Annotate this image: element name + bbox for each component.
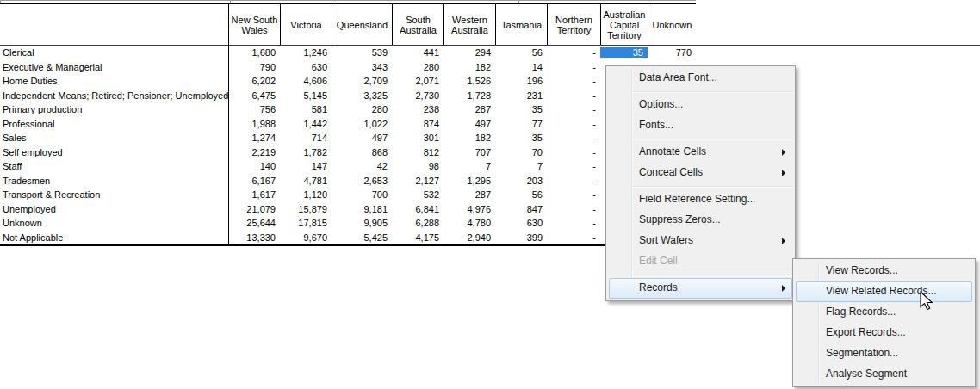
data-cell[interactable]: 714 bbox=[280, 133, 332, 143]
data-cell[interactable]: 6,202 bbox=[228, 76, 280, 86]
data-cell[interactable]: - bbox=[547, 133, 600, 143]
data-cell[interactable]: 196 bbox=[495, 76, 547, 86]
data-cell[interactable]: 700 bbox=[332, 189, 392, 200]
data-cell[interactable]: 812 bbox=[392, 147, 443, 157]
data-cell[interactable]: 1,295 bbox=[443, 176, 495, 186]
data-cell[interactable]: 343 bbox=[332, 62, 392, 72]
data-cell[interactable]: 147 bbox=[280, 161, 332, 171]
data-cell[interactable]: 1,728 bbox=[443, 90, 495, 101]
column-header-western-australia[interactable]: Western Australia bbox=[443, 4, 495, 45]
data-cell[interactable]: 21,079 bbox=[228, 204, 280, 214]
data-cell[interactable]: 231 bbox=[495, 90, 547, 101]
data-cell[interactable]: - bbox=[547, 189, 600, 200]
data-cell[interactable]: 874 bbox=[392, 119, 443, 129]
data-cell[interactable]: 6,288 bbox=[392, 218, 443, 228]
menu-item-fonts[interactable]: Fonts... bbox=[609, 115, 792, 136]
data-cell[interactable]: 630 bbox=[495, 218, 547, 228]
data-cell[interactable]: 4,976 bbox=[443, 204, 495, 214]
data-cell[interactable]: 70 bbox=[495, 147, 547, 157]
data-cell[interactable]: 287 bbox=[443, 104, 495, 114]
data-cell[interactable]: 9,670 bbox=[280, 232, 332, 243]
data-cell[interactable]: 532 bbox=[392, 189, 443, 200]
row-label[interactable]: Staff bbox=[0, 161, 228, 171]
data-cell[interactable]: 5,145 bbox=[280, 90, 332, 101]
data-cell[interactable]: - bbox=[547, 218, 600, 228]
data-cell[interactable]: 182 bbox=[443, 133, 495, 143]
row-label[interactable]: Primary production bbox=[0, 104, 228, 114]
menu-item-annotate-cells[interactable]: Annotate Cells bbox=[609, 142, 792, 163]
data-cell[interactable]: 9,181 bbox=[332, 204, 392, 214]
data-cell[interactable]: 182 bbox=[443, 62, 495, 72]
column-header-australian-capital-territory[interactable]: Australian Capital Territory bbox=[600, 4, 648, 45]
menu-item-conceal-cells[interactable]: Conceal Cells bbox=[609, 163, 792, 183]
submenu-item-view-records[interactable]: View Records... bbox=[796, 261, 972, 281]
data-cell[interactable]: 1,782 bbox=[280, 147, 332, 157]
submenu-item-export-records[interactable]: Export Records... bbox=[796, 323, 972, 343]
column-header-south-australia[interactable]: South Australia bbox=[392, 4, 443, 45]
menu-item-options[interactable]: Options... bbox=[609, 95, 792, 115]
data-cell[interactable]: 1,617 bbox=[228, 189, 280, 200]
data-cell[interactable]: 790 bbox=[228, 62, 280, 72]
data-cell[interactable]: 770 bbox=[648, 47, 696, 58]
data-cell[interactable]: 35 bbox=[495, 133, 547, 143]
menu-item-field-reference-setting[interactable]: Field Reference Setting... bbox=[609, 189, 792, 210]
row-label[interactable]: Clerical bbox=[0, 47, 228, 58]
data-cell[interactable]: 2,653 bbox=[332, 176, 392, 186]
data-cell[interactable]: 3,325 bbox=[332, 90, 392, 101]
submenu-item-segmentation[interactable]: Segmentation... bbox=[796, 343, 972, 364]
data-cell[interactable]: 707 bbox=[443, 147, 495, 157]
data-cell[interactable]: 6,167 bbox=[228, 176, 280, 186]
data-cell[interactable]: - bbox=[547, 76, 600, 86]
submenu-item-view-related-records[interactable]: View Related Records... bbox=[796, 281, 972, 302]
data-cell[interactable]: 17,815 bbox=[280, 218, 332, 228]
data-cell[interactable]: 497 bbox=[443, 119, 495, 129]
data-cell[interactable]: 9,905 bbox=[332, 218, 392, 228]
data-cell[interactable]: 56 bbox=[495, 189, 547, 200]
data-cell[interactable]: 4,606 bbox=[280, 76, 332, 86]
column-header-new-south-wales[interactable]: New South Wales bbox=[228, 4, 280, 45]
row-label[interactable]: Not Applicable bbox=[0, 232, 228, 243]
data-cell[interactable]: 15,879 bbox=[280, 204, 332, 214]
row-label[interactable]: Sales bbox=[0, 133, 228, 143]
data-cell[interactable]: - bbox=[547, 147, 600, 157]
data-cell[interactable]: 756 bbox=[228, 104, 280, 114]
column-header-northern-territory[interactable]: Northern Territory bbox=[547, 4, 600, 45]
data-cell[interactable]: - bbox=[547, 176, 600, 186]
menu-item-records[interactable]: Records bbox=[609, 278, 792, 299]
data-cell[interactable]: 56 bbox=[495, 47, 547, 58]
row-label[interactable]: Unknown bbox=[0, 218, 228, 228]
data-cell[interactable]: 1,246 bbox=[280, 47, 332, 58]
menu-item-suppress-zeros[interactable]: Suppress Zeros... bbox=[609, 210, 792, 231]
data-cell[interactable]: 2,940 bbox=[443, 232, 495, 243]
data-cell[interactable]: 1,274 bbox=[228, 133, 280, 143]
row-label[interactable]: Independent Means; Retired; Pensioner; U… bbox=[0, 90, 228, 101]
column-header-tasmania[interactable]: Tasmania bbox=[495, 4, 547, 45]
data-cell[interactable]: - bbox=[547, 232, 600, 243]
data-cell[interactable]: 25,644 bbox=[228, 218, 280, 228]
data-cell[interactable]: 1,988 bbox=[228, 119, 280, 129]
data-cell[interactable]: 7 bbox=[443, 161, 495, 171]
column-header-unknown[interactable]: Unknown bbox=[648, 4, 696, 45]
data-cell[interactable]: - bbox=[547, 104, 600, 114]
data-cell[interactable]: 4,780 bbox=[443, 218, 495, 228]
data-cell[interactable]: 1,120 bbox=[280, 189, 332, 200]
row-label[interactable]: Transport & Recreation bbox=[0, 189, 228, 200]
data-cell[interactable]: 4,781 bbox=[280, 176, 332, 186]
data-cell[interactable]: 5,425 bbox=[332, 232, 392, 243]
submenu-item-flag-records[interactable]: Flag Records... bbox=[796, 302, 972, 323]
data-cell[interactable]: 4,175 bbox=[392, 232, 443, 243]
data-cell[interactable]: 2,219 bbox=[228, 147, 280, 157]
data-cell[interactable]: 7 bbox=[495, 161, 547, 171]
row-label[interactable]: Professional bbox=[0, 119, 228, 129]
data-cell[interactable]: 35 bbox=[495, 104, 547, 114]
data-cell[interactable]: 868 bbox=[332, 147, 392, 157]
data-cell[interactable]: 539 bbox=[332, 47, 392, 58]
data-cell[interactable]: - bbox=[547, 47, 600, 58]
row-label[interactable]: Self employed bbox=[0, 147, 228, 157]
data-cell[interactable]: 1,680 bbox=[228, 47, 280, 58]
data-cell[interactable]: 581 bbox=[280, 104, 332, 114]
data-cell[interactable]: 77 bbox=[495, 119, 547, 129]
data-cell[interactable]: 42 bbox=[332, 161, 392, 171]
data-cell[interactable]: 399 bbox=[495, 232, 547, 243]
data-cell[interactable]: 2,071 bbox=[392, 76, 443, 86]
